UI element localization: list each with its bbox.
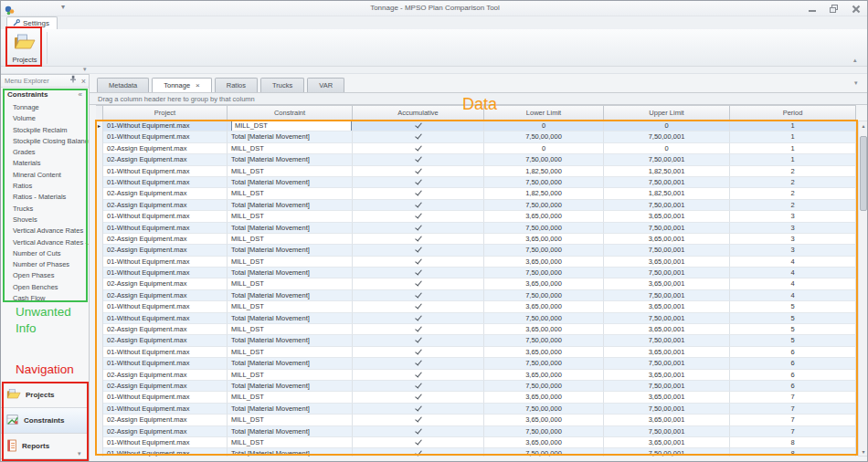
checkbox-checked-icon[interactable] (415, 426, 422, 434)
cell-lower-limit[interactable]: 3,65,00,000 (484, 370, 604, 381)
cell-lower-limit[interactable]: 3,65,00,000 (484, 324, 604, 335)
cell-period[interactable]: 1 (730, 131, 856, 142)
sidebar-item-materials[interactable]: Materials (1, 158, 89, 169)
cell-period[interactable]: 5 (730, 313, 856, 324)
table-row[interactable]: 01-Without Equipment.maxMILL_DST3,65,00,… (96, 392, 856, 403)
row-selector[interactable] (96, 166, 103, 177)
close-button[interactable] (851, 5, 862, 13)
cell-accumulative[interactable] (353, 426, 484, 437)
table-row[interactable]: 01-Without Equipment.maxMILL_DST3,65,00,… (96, 257, 856, 268)
cell-upper-limit[interactable]: 7,50,00,001 (604, 335, 730, 346)
checkbox-checked-icon[interactable] (415, 177, 422, 184)
cell-project[interactable]: 02-Assign Equipment.max (103, 245, 228, 256)
cell-project[interactable]: 02-Assign Equipment.max (103, 335, 228, 346)
row-selector[interactable] (96, 392, 103, 403)
tab-ratios[interactable]: Ratios (215, 78, 258, 92)
cell-accumulative[interactable] (353, 211, 484, 222)
cell-period[interactable]: 7 (730, 415, 856, 425)
row-selector[interactable] (96, 188, 103, 199)
table-row[interactable]: 02-Assign Equipment.maxMILL_DST001 (96, 143, 856, 154)
cell-project[interactable]: 01-Without Equipment.max (103, 166, 228, 177)
table-row[interactable]: 01-Without Equipment.maxMILL_DST1,82,50,… (96, 166, 856, 177)
cell-upper-limit[interactable]: 7,50,00,001 (604, 290, 730, 301)
cell-lower-limit[interactable]: 3,65,00,000 (484, 415, 604, 425)
cell-project[interactable]: 01-Without Equipment.max (103, 358, 228, 369)
cell-period[interactable]: 6 (730, 381, 856, 392)
cell-constraint[interactable]: Total [Material Movement] (228, 290, 353, 301)
cell-constraint[interactable]: Total [Material Movement] (228, 154, 353, 165)
cell-project[interactable]: 02-Assign Equipment.max (103, 290, 228, 301)
sidebar-item-open-benches[interactable]: Open Benches (1, 282, 89, 293)
cell-upper-limit[interactable]: 3,65,00,001 (604, 437, 730, 448)
tab-settings[interactable]: Settings (6, 16, 58, 29)
column-header-period[interactable]: Period (730, 106, 856, 120)
checkbox-checked-icon[interactable] (415, 189, 422, 196)
table-row[interactable]: 01-Without Equipment.maxTotal [Material … (96, 131, 856, 142)
nav-item-projects[interactable]: Projects (1, 383, 89, 408)
nav-item-constraints[interactable]: Constraints (1, 408, 89, 434)
cell-upper-limit[interactable]: 1,82,50,001 (604, 188, 730, 199)
cell-upper-limit[interactable]: 0 (604, 121, 730, 131)
row-selector[interactable] (96, 143, 103, 154)
sidebar-item-grades[interactable]: Grades (1, 147, 89, 158)
row-selector[interactable] (96, 381, 103, 392)
cell-lower-limit[interactable]: 7,50,00,000 (484, 290, 604, 301)
scroll-up-icon[interactable]: ▴ (859, 122, 868, 129)
cell-upper-limit[interactable]: 0 (604, 143, 730, 154)
cell-lower-limit[interactable]: 7,50,00,000 (484, 268, 604, 278)
checkbox-checked-icon[interactable] (415, 257, 422, 264)
cell-period[interactable]: 3 (730, 223, 856, 234)
row-selector[interactable] (96, 290, 103, 301)
cell-lower-limit[interactable]: 7,50,00,000 (484, 131, 604, 142)
row-selector[interactable] (96, 131, 103, 142)
cell-upper-limit[interactable]: 7,50,00,001 (604, 131, 730, 142)
checkbox-checked-icon[interactable] (415, 268, 422, 276)
cell-project[interactable]: 01-Without Equipment.max (103, 121, 228, 131)
cell-upper-limit[interactable]: 7,50,00,001 (604, 313, 730, 324)
cell-period[interactable]: 7 (730, 392, 856, 403)
row-selector[interactable] (96, 437, 103, 448)
cell-period[interactable]: 3 (730, 234, 856, 245)
cell-constraint[interactable]: MILL_DST (228, 257, 353, 268)
cell-project[interactable]: 02-Assign Equipment.max (103, 278, 228, 289)
cell-lower-limit[interactable]: 7,50,00,000 (484, 245, 604, 256)
minimize-button[interactable] (807, 5, 818, 13)
cell-project[interactable]: 01-Without Equipment.max (103, 392, 228, 403)
cell-constraint[interactable]: MILL_DST (228, 188, 353, 199)
cell-lower-limit[interactable]: 7,50,00,000 (484, 223, 604, 234)
cell-lower-limit[interactable]: 7,50,00,000 (484, 313, 604, 324)
table-row[interactable]: 02-Assign Equipment.maxMILL_DST3,65,00,0… (96, 415, 856, 425)
row-selector[interactable] (96, 234, 103, 245)
cell-lower-limit[interactable]: 7,50,00,000 (484, 448, 604, 457)
sidebar-item-vertical-advance-rates-[interactable]: Vertical Advance Rates -... (1, 237, 89, 248)
table-row[interactable]: 02-Assign Equipment.maxMILL_DST1,82,50,0… (96, 188, 856, 199)
cell-upper-limit[interactable]: 7,50,00,001 (604, 223, 730, 234)
cell-accumulative[interactable] (353, 143, 484, 154)
column-header-project[interactable]: Project (103, 106, 228, 120)
row-selector[interactable] (96, 404, 103, 415)
table-row[interactable]: 02-Assign Equipment.maxMILL_DST3,65,00,0… (96, 234, 856, 245)
checkbox-checked-icon[interactable] (415, 347, 422, 354)
table-row[interactable]: 02-Assign Equipment.maxTotal [Material M… (96, 426, 856, 437)
cell-constraint[interactable]: Total [Material Movement] (228, 223, 353, 234)
checkbox-checked-icon[interactable] (415, 325, 422, 332)
cell-upper-limit[interactable]: 3,65,00,001 (604, 392, 730, 403)
tab-metadata[interactable]: Metadata (97, 78, 149, 92)
checkbox-checked-icon[interactable] (415, 370, 422, 377)
cell-project[interactable]: 02-Assign Equipment.max (103, 143, 228, 154)
cell-accumulative[interactable] (353, 154, 484, 165)
cell-upper-limit[interactable]: 3,65,00,001 (604, 347, 730, 358)
row-selector[interactable] (96, 301, 103, 312)
cell-period[interactable]: 6 (730, 370, 856, 381)
table-row[interactable]: 01-Without Equipment.maxTotal [Material … (96, 404, 856, 415)
cell-accumulative[interactable] (353, 257, 484, 268)
sidebar-item-ratios[interactable]: Ratios (1, 181, 89, 192)
row-selector[interactable] (96, 370, 103, 381)
row-selector[interactable] (96, 245, 103, 256)
table-row[interactable]: ▸01-Without Equipment.maxMILL_DST001 (96, 121, 856, 131)
cell-lower-limit[interactable]: 3,65,00,000 (484, 347, 604, 358)
table-row[interactable]: 02-Assign Equipment.maxTotal [Material M… (96, 154, 856, 165)
cell-period[interactable]: 5 (730, 301, 856, 312)
checkbox-checked-icon[interactable] (415, 166, 422, 173)
row-selector[interactable] (96, 211, 103, 222)
